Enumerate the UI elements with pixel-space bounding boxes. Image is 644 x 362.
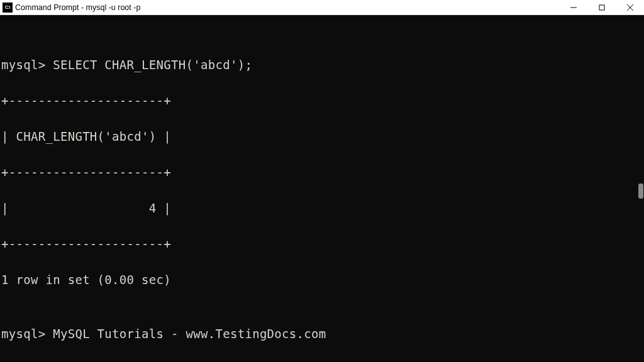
minimize-button[interactable]	[559, 0, 587, 15]
close-button[interactable]	[616, 0, 644, 15]
maximize-button[interactable]	[587, 0, 616, 15]
command-prompt-window: C:\ Command Prompt - mysql -u root -p my…	[0, 0, 644, 362]
terminal-text: MySQL Tutorials - www.TestingDocs.com	[53, 327, 326, 341]
window-controls	[559, 0, 644, 14]
terminal-line: | CHAR_LENGTH('abcd') |	[1, 128, 643, 146]
terminal-line: mysql> MySQL Tutorials - www.TestingDocs…	[1, 325, 643, 343]
scrollbar-track[interactable]	[635, 15, 644, 362]
close-icon	[627, 4, 633, 11]
terminal-area[interactable]: mysql> SELECT CHAR_LENGTH('abcd'); +----…	[0, 15, 644, 362]
maximize-icon	[599, 4, 605, 11]
terminal-line: +---------------------+	[1, 235, 643, 253]
scrollbar-thumb[interactable]	[638, 184, 643, 199]
cmd-icon: C:\	[3, 3, 13, 13]
prompt: mysql>	[1, 327, 53, 341]
terminal-line: | 4 |	[1, 199, 643, 217]
terminal-line: mysql> SELECT CHAR_LENGTH('abcd');	[1, 56, 643, 74]
terminal-line: +---------------------+	[1, 92, 643, 110]
terminal-line: 1 row in set (0.00 sec)	[1, 271, 643, 289]
sql-command: SELECT CHAR_LENGTH('abcd');	[53, 58, 252, 72]
terminal-line: +---------------------+	[1, 163, 643, 182]
window-title: Command Prompt - mysql -u root -p	[15, 3, 140, 12]
prompt: mysql>	[1, 58, 53, 72]
titlebar[interactable]: C:\ Command Prompt - mysql -u root -p	[0, 0, 644, 15]
svg-rect-1	[599, 5, 604, 10]
minimize-icon	[570, 4, 577, 11]
